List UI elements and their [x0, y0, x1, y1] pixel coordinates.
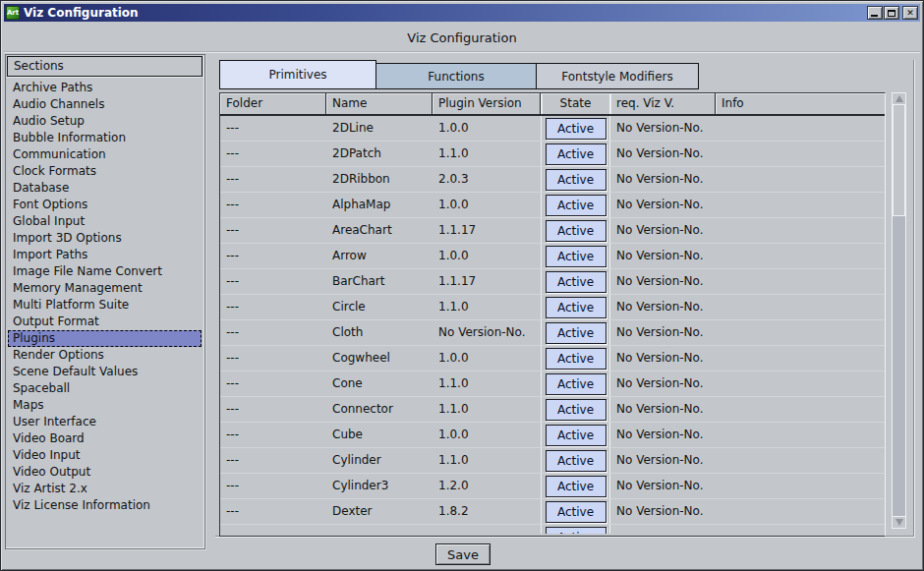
- table-row: ---2DPatch1.1.0ActiveNo Version-No.: [220, 142, 885, 167]
- cell-name: Cylinder3: [326, 474, 433, 498]
- state-toggle-button[interactable]: Active: [546, 195, 606, 216]
- minimize-button[interactable]: [867, 6, 883, 20]
- cell-name: AlphaMap: [326, 193, 433, 217]
- state-toggle-button[interactable]: Active: [546, 169, 606, 191]
- cell-name: 2DPatch: [326, 142, 433, 166]
- cell-info: [716, 397, 885, 422]
- cell-version: 1.0.0: [433, 116, 541, 141]
- state-toggle-button[interactable]: Active: [546, 271, 606, 293]
- cell-req-viz-version: No Version-No.: [610, 167, 716, 192]
- scrollbar-thumb[interactable]: [893, 105, 905, 216]
- sidebar-item-video-input[interactable]: Video Input: [8, 447, 202, 464]
- sidebar-item-global-input[interactable]: Global Input: [8, 213, 202, 230]
- cell-folder: ---: [220, 295, 326, 319]
- sidebar-item-maps[interactable]: Maps: [8, 397, 202, 414]
- sidebar-item-multi-platform-suite[interactable]: Multi Platform Suite: [8, 297, 202, 314]
- cell-info: [716, 320, 885, 345]
- cell-state: Active: [541, 193, 610, 217]
- table-row: ---2DLine1.0.0ActiveNo Version-No.: [220, 116, 885, 142]
- cell-name: Cube: [326, 423, 433, 447]
- state-toggle-button[interactable]: Active: [546, 450, 606, 472]
- state-toggle-button[interactable]: Active: [546, 527, 606, 535]
- sections-sidebar: Sections Archive PathsAudio ChannelsAudi…: [5, 54, 205, 549]
- sidebar-item-image-file-name-convert[interactable]: Image File Name Convert: [8, 263, 202, 280]
- cell-folder: ---: [220, 371, 326, 396]
- cell-req-viz-version: No Version-No.: [610, 269, 716, 294]
- sidebar-item-import-paths[interactable]: Import Paths: [8, 247, 202, 263]
- scroll-down-button[interactable]: [893, 516, 905, 528]
- sidebar-item-scene-default-values[interactable]: Scene Default Values: [8, 364, 202, 380]
- sidebar-item-viz-artist-2-x[interactable]: Viz Artist 2.x: [8, 481, 202, 497]
- cell-state: Active: [541, 142, 610, 166]
- tab-primitives[interactable]: Primitives: [219, 60, 376, 89]
- state-toggle-button[interactable]: Active: [546, 220, 606, 242]
- sidebar-item-clock-formats[interactable]: Clock Formats: [8, 163, 202, 180]
- arrow-up-icon: [895, 95, 903, 102]
- state-toggle-button[interactable]: Active: [546, 476, 606, 497]
- sidebar-item-output-format[interactable]: Output Format: [8, 314, 202, 330]
- cell-info: [716, 499, 885, 524]
- cell-req-viz-version: No Version-No.: [610, 346, 716, 371]
- plugins-panel: Primitives Functions Fontstyle Modifiers…: [215, 60, 915, 538]
- save-button[interactable]: Save: [435, 543, 491, 565]
- close-button[interactable]: ✕: [902, 6, 918, 20]
- cell-version: 1.1.17: [433, 269, 541, 294]
- cell-info: [716, 525, 885, 534]
- sidebar-item-font-options[interactable]: Font Options: [8, 197, 202, 213]
- sidebar-item-plugins[interactable]: Plugins: [8, 330, 202, 347]
- sidebar-item-memory-management[interactable]: Memory Management: [8, 280, 202, 297]
- cell-version: 1.8.2: [433, 499, 541, 524]
- maximize-button[interactable]: [884, 6, 899, 20]
- sidebar-item-user-interface[interactable]: User Interface: [8, 414, 202, 430]
- sidebar-item-bubble-information[interactable]: Bubble Information: [8, 130, 202, 146]
- sidebar-item-viz-license-information[interactable]: Viz License Information: [8, 497, 202, 514]
- sidebar-item-audio-channels[interactable]: Audio Channels: [8, 96, 202, 113]
- title-bar[interactable]: Art Viz Configuration ✕: [4, 4, 920, 22]
- cell-name: 2DLine: [326, 116, 433, 141]
- cell-req-viz-version: No Version-No.: [610, 371, 716, 396]
- state-toggle-button[interactable]: Active: [546, 373, 606, 395]
- sidebar-item-archive-paths[interactable]: Archive Paths: [8, 80, 202, 96]
- sidebar-item-audio-setup[interactable]: Audio Setup: [8, 113, 202, 130]
- state-toggle-button[interactable]: Active: [546, 399, 606, 421]
- cell-version: 1.1.17: [433, 218, 541, 243]
- tab-bar: Primitives Functions Fontstyle Modifiers: [219, 60, 699, 89]
- cell-folder: ---: [220, 423, 326, 447]
- sidebar-item-video-output[interactable]: Video Output: [8, 464, 202, 481]
- column-header-req: req. Viz V.: [610, 93, 716, 114]
- cell-req-viz-version: No Version-No.: [610, 499, 716, 524]
- state-toggle-button[interactable]: Active: [546, 143, 606, 165]
- window-title: Viz Configuration: [24, 6, 139, 20]
- state-toggle-button[interactable]: Active: [546, 118, 606, 140]
- sidebar-item-render-options[interactable]: Render Options: [8, 347, 202, 364]
- cell-name: 2DRibbon: [326, 167, 433, 192]
- sidebar-item-video-board[interactable]: Video Board: [8, 430, 202, 447]
- table-row: ---ClothNo Version-No.ActiveNo Version-N…: [220, 320, 885, 346]
- cell-version: 1.1.0: [433, 371, 541, 396]
- cell-name: AreaChart: [326, 218, 433, 243]
- sidebar-item-import-3d-options[interactable]: Import 3D Options: [8, 230, 202, 247]
- sidebar-item-database[interactable]: Database: [8, 180, 202, 197]
- app-icon[interactable]: Art: [6, 6, 20, 20]
- state-toggle-button[interactable]: Active: [546, 246, 606, 267]
- cell-info: [716, 371, 885, 396]
- cell-state: Active: [541, 269, 610, 294]
- state-toggle-button[interactable]: Active: [546, 501, 606, 523]
- state-toggle-button[interactable]: Active: [546, 348, 606, 370]
- cell-state: Active: [541, 346, 610, 371]
- state-toggle-button[interactable]: Active: [546, 297, 606, 318]
- scroll-up-button[interactable]: [893, 93, 905, 105]
- cell-state: Active: [541, 371, 610, 396]
- vertical-scrollbar[interactable]: [892, 92, 906, 529]
- cell-name: [326, 525, 433, 534]
- tab-fontstyle-modifiers[interactable]: Fontstyle Modifiers: [537, 63, 699, 89]
- state-toggle-button[interactable]: Active: [546, 425, 606, 446]
- sidebar-item-communication[interactable]: Communication: [8, 146, 202, 163]
- cell-name: Cylinder: [326, 448, 433, 473]
- tab-functions[interactable]: Functions: [376, 63, 537, 89]
- cell-version: 1.0.0: [433, 346, 541, 371]
- state-toggle-button[interactable]: Active: [546, 322, 606, 344]
- cell-name: Arrow: [326, 244, 433, 268]
- cell-version: 1.1.0: [433, 142, 541, 166]
- sidebar-item-spaceball[interactable]: Spaceball: [8, 380, 202, 397]
